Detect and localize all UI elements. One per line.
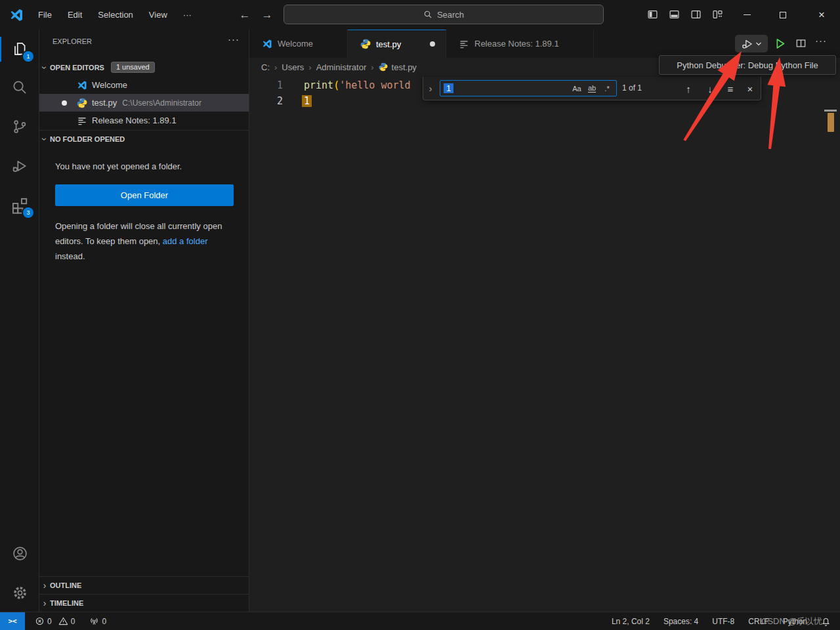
overview-ruler-find-marker <box>828 113 834 132</box>
history-back-icon[interactable]: ← <box>236 7 253 24</box>
file-path: C:\Users\Administrator <box>122 98 201 108</box>
minimize-icon <box>744 14 751 15</box>
maximize-icon <box>780 12 786 18</box>
open-editor-testpy[interactable]: test.pyC:\Users\Administrator <box>39 94 249 112</box>
indentation[interactable]: Spaces: 4 <box>663 617 698 626</box>
breadcrumb-item[interactable]: C: <box>261 62 270 72</box>
chevron-right-icon: › <box>39 598 50 608</box>
toggle-secondary-sidebar-icon[interactable] <box>690 9 702 20</box>
run-python-file-button[interactable] <box>774 37 786 50</box>
toggle-sidebar-icon[interactable] <box>647 9 658 20</box>
search-icon <box>423 10 432 19</box>
gear-icon <box>11 584 29 602</box>
breadcrumb-item[interactable]: Administrator <box>316 62 367 72</box>
search-icon <box>11 79 28 96</box>
next-match-icon[interactable]: ↓ <box>702 81 718 96</box>
open-editors-header[interactable]: › OPEN EDITORS 1 unsaved <box>39 59 249 75</box>
title-bar: File Edit Selection View ··· ← → Search … <box>0 0 840 30</box>
tab-welcome[interactable]: Welcome <box>249 30 348 58</box>
modified-dot-icon[interactable] <box>62 100 67 106</box>
timeline-section-header[interactable]: › TIMELINE <box>39 594 249 612</box>
chevron-down-icon: › <box>39 134 50 144</box>
find-input[interactable]: 1 Aa ab .* <box>440 80 617 96</box>
toggle-replace-icon[interactable]: › <box>423 77 438 100</box>
editor-group: Welcome test.py Release Notes: 1.89.1 ··… <box>249 30 840 612</box>
extensions-badge: 3 <box>23 207 33 218</box>
open-editor-label: Release Notes: 1.89.1 <box>92 116 177 125</box>
add-folder-link[interactable]: add a folder <box>163 236 208 246</box>
accounts-button[interactable] <box>0 537 39 569</box>
close-button[interactable]: × <box>807 0 836 30</box>
open-editor-release-notes[interactable]: Release Notes: 1.89.1 <box>39 112 249 129</box>
notifications-bell-icon[interactable] <box>821 617 831 627</box>
open-folder-button[interactable]: Open Folder <box>55 184 234 206</box>
customize-layout-icon[interactable] <box>712 9 723 20</box>
toggle-panel-icon[interactable] <box>669 9 680 20</box>
menu-selection[interactable]: Selection <box>90 7 140 22</box>
history-forward-icon[interactable]: → <box>259 7 276 24</box>
line-number[interactable]: 2 <box>249 95 283 107</box>
vscode-logo-icon <box>9 8 24 22</box>
breadcrumb-item[interactable]: Users <box>282 62 304 72</box>
minimize-button[interactable] <box>732 0 761 30</box>
open-editor-welcome[interactable]: Welcome <box>39 76 249 94</box>
menu-edit[interactable]: Edit <box>60 7 90 22</box>
regex-icon[interactable]: .* <box>600 82 614 94</box>
menu-view[interactable]: View <box>141 7 175 22</box>
menu-more-icon[interactable]: ··· <box>175 7 200 22</box>
match-case-icon[interactable]: Aa <box>570 82 583 94</box>
activity-source-control[interactable] <box>0 111 39 142</box>
explorer-sidebar: EXPLORER ··· › OPEN EDITORS 1 unsaved We… <box>39 30 249 612</box>
chevron-right-icon: › <box>39 580 50 591</box>
sidebar-title: EXPLORER <box>52 37 92 45</box>
no-folder-label: NO FOLDER OPENED <box>50 135 125 143</box>
sidebar-header: EXPLORER ··· <box>39 30 249 52</box>
chevron-right-icon: › <box>308 62 311 72</box>
vscode-window: File Edit Selection View ··· ← → Search … <box>0 0 840 630</box>
python-icon <box>360 39 371 49</box>
maximize-button[interactable] <box>768 0 797 30</box>
find-in-selection-icon[interactable]: ≡ <box>723 81 738 96</box>
timeline-label: TIMELINE <box>50 599 83 607</box>
tab-release-notes[interactable]: Release Notes: 1.89.1 <box>446 30 594 58</box>
outline-section-header[interactable]: › OUTLINE <box>39 576 249 594</box>
status-bar: >< 0 0 0 Ln 2, Col 2 Spaces: 4 UTF-8 CRL… <box>0 612 840 630</box>
release-notes-icon <box>77 116 87 126</box>
open-editor-label: Welcome <box>92 80 127 90</box>
command-center-search[interactable]: Search <box>284 5 604 24</box>
line-number[interactable]: 1 <box>249 79 283 91</box>
split-editor-icon[interactable] <box>795 38 807 49</box>
close-find-icon[interactable]: × <box>742 81 758 96</box>
debug-python-file-button[interactable] <box>735 35 768 52</box>
editor-more-actions-icon[interactable]: ··· <box>815 35 827 46</box>
activity-run-debug[interactable] <box>0 150 39 182</box>
menu-file[interactable]: File <box>30 7 60 22</box>
ports-status[interactable]: 0 <box>89 616 106 626</box>
whole-word-icon[interactable]: ab <box>585 82 598 94</box>
tab-testpy[interactable]: test.py <box>348 30 446 58</box>
breadcrumb-item[interactable]: test.py <box>392 62 417 72</box>
source-control-icon <box>11 118 28 135</box>
chevron-down-icon <box>755 41 762 47</box>
remote-indicator[interactable]: >< <box>0 612 25 630</box>
modified-dot-icon[interactable] <box>430 41 435 47</box>
activity-explorer[interactable]: 1 <box>0 33 39 65</box>
overview-ruler-line <box>824 110 837 112</box>
cursor-position[interactable]: Ln 2, Col 2 <box>612 617 650 626</box>
debug-icon <box>11 158 28 175</box>
radio-tower-icon <box>89 616 99 626</box>
settings-button[interactable] <box>0 577 39 608</box>
activity-search[interactable] <box>0 72 39 103</box>
previous-match-icon[interactable]: ↑ <box>681 81 696 96</box>
find-query-text: 1 <box>444 83 453 93</box>
open-editor-label: test.pyC:\Users\Administrator <box>92 98 201 108</box>
no-folder-header[interactable]: › NO FOLDER OPENED <box>39 130 249 148</box>
activity-extensions[interactable]: 3 <box>0 190 39 221</box>
encoding[interactable]: UTF-8 <box>712 617 734 626</box>
open-editors-label: OPEN EDITORS <box>50 64 104 72</box>
code-text: 1 <box>283 95 312 107</box>
warning-icon <box>58 616 68 626</box>
problems-status[interactable]: 0 0 <box>35 616 75 626</box>
explorer-more-actions-icon[interactable]: ··· <box>228 33 240 45</box>
vscode-logo-icon <box>262 39 272 49</box>
